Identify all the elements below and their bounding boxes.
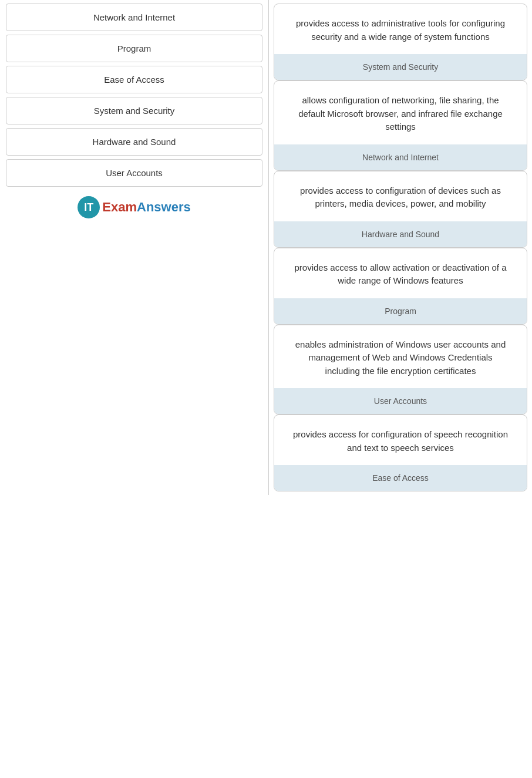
card-system-security-label[interactable]: System and Security xyxy=(274,54,527,80)
left-column: Network and InternetProgramEase of Acces… xyxy=(0,0,269,495)
card-ease-of-access: provides access for configuration of spe… xyxy=(274,415,527,491)
left-item-hardware-and-sound[interactable]: Hardware and Sound xyxy=(6,128,262,156)
card-hardware-sound-description: provides access to configuration of devi… xyxy=(274,171,527,221)
card-program-description: provides access to allow activation or d… xyxy=(274,248,527,298)
card-system-security: provides access to administrative tools … xyxy=(274,4,527,80)
card-hardware-sound: provides access to configuration of devi… xyxy=(274,171,527,248)
card-user-accounts: enables administration of Windows user a… xyxy=(274,325,527,415)
card-system-security-description: provides access to administrative tools … xyxy=(274,4,527,54)
left-item-ease-of-access[interactable]: Ease of Access xyxy=(6,66,262,93)
card-hardware-sound-label[interactable]: Hardware and Sound xyxy=(274,221,527,247)
card-network-internet-description: allows configuration of networking, file… xyxy=(274,81,527,144)
card-program-label[interactable]: Program xyxy=(274,298,527,324)
card-user-accounts-label[interactable]: User Accounts xyxy=(274,388,527,414)
watermark-it-circle: IT xyxy=(78,196,100,218)
left-item-network-and-internet[interactable]: Network and Internet xyxy=(6,4,262,31)
watermark: IT Exam Answers xyxy=(0,190,268,221)
left-item-system-and-security[interactable]: System and Security xyxy=(6,97,262,124)
card-ease-of-access-description: provides access for configuration of spe… xyxy=(274,415,527,465)
card-user-accounts-description: enables administration of Windows user a… xyxy=(274,325,527,389)
watermark-exam-text: Exam xyxy=(102,200,137,215)
left-item-program[interactable]: Program xyxy=(6,35,262,62)
card-network-internet-label[interactable]: Network and Internet xyxy=(274,144,527,170)
right-column: provides access to administrative tools … xyxy=(269,0,532,495)
left-item-user-accounts[interactable]: User Accounts xyxy=(6,159,262,187)
watermark-answers-text: Answers xyxy=(137,200,191,215)
card-program: provides access to allow activation or d… xyxy=(274,248,527,325)
card-ease-of-access-label[interactable]: Ease of Access xyxy=(274,465,527,491)
card-network-internet: allows configuration of networking, file… xyxy=(274,80,527,171)
